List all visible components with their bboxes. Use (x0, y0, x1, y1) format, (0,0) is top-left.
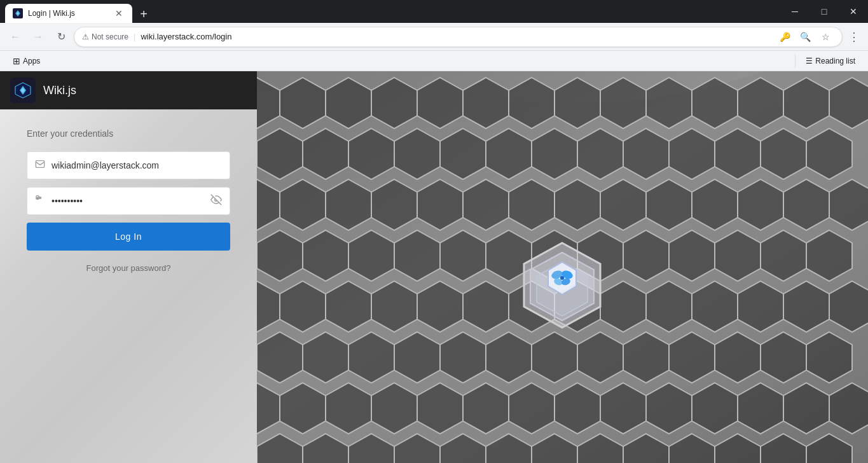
email-input-wrapper[interactable] (27, 151, 230, 179)
login-button[interactable]: Log In (27, 223, 230, 251)
email-field[interactable] (52, 160, 222, 170)
wikijs-title: Wiki.js (43, 84, 76, 97)
reload-button[interactable]: ↻ (51, 27, 71, 47)
password-field[interactable] (52, 196, 204, 206)
chrome-menu-button[interactable]: ⋮ (845, 28, 863, 46)
vertical-dots-icon: ⋮ (848, 30, 860, 44)
password-icon (35, 195, 45, 207)
minimize-button[interactable]: ─ (780, 0, 809, 23)
svg-rect-2 (36, 161, 44, 168)
building-background (257, 71, 868, 463)
tab-close-button[interactable]: ✕ (113, 8, 125, 19)
toggle-password-icon[interactable] (210, 194, 222, 208)
apps-bookmark[interactable]: ⊞ Apps (8, 53, 45, 69)
omnibox-bar: ← → ↻ ⚠ Not secure | wiki.layerstack.com… (0, 23, 868, 51)
tab-strip: Login | Wiki.js ✕ + (0, 0, 780, 23)
left-panel: Wiki.js Enter your credentials (0, 71, 257, 463)
apps-grid-icon: ⊞ (13, 56, 20, 66)
svg-rect-7 (39, 197, 39, 198)
login-area: Enter your credentials (0, 109, 257, 463)
forward-icon: → (33, 31, 43, 43)
security-warning: ⚠ Not secure (82, 32, 128, 41)
bookmark-star-icon: ☆ (822, 32, 830, 42)
forward-button[interactable]: → (28, 27, 48, 47)
reading-list-icon: ☰ (806, 57, 813, 66)
wikijs-logo (10, 78, 36, 103)
search-icon-button[interactable]: 🔍 (796, 28, 814, 46)
address-bar[interactable]: ⚠ Not secure | wiki.layerstack.com/login… (74, 27, 843, 47)
reading-list-label: Reading list (815, 57, 855, 66)
key-icon: 🔑 (780, 32, 790, 42)
tab-favicon (13, 8, 23, 18)
bookmarks-bar: ⊞ Apps ☰ Reading list (0, 51, 868, 71)
svg-point-129 (560, 276, 564, 280)
apps-label: Apps (23, 57, 40, 66)
close-window-button[interactable]: ✕ (839, 0, 868, 23)
reload-icon: ↻ (57, 31, 65, 43)
reading-list-button[interactable]: ☰ Reading list (801, 54, 860, 68)
warning-triangle-icon: ⚠ (82, 32, 89, 41)
back-icon: ← (10, 31, 20, 43)
bookmark-icon-button[interactable]: ☆ (816, 28, 834, 46)
omnibox-right-icons: 🔑 🔍 ☆ (776, 28, 834, 46)
active-tab[interactable]: Login | Wiki.js ✕ (5, 4, 132, 23)
login-subtitle: Enter your credentials (27, 128, 230, 139)
password-input-wrapper[interactable] (27, 187, 230, 215)
forgot-password-link[interactable]: Forgot your password? (27, 263, 230, 273)
right-toolbar: ⋮ (845, 28, 863, 46)
wikijs-header: Wiki.js (0, 71, 257, 109)
tab-title: Login | Wiki.js (28, 9, 108, 18)
new-tab-button[interactable]: + (135, 5, 153, 23)
svg-point-6 (37, 198, 38, 199)
maximize-button[interactable]: □ (809, 0, 839, 23)
page-content: Wiki.js Enter your credentials (0, 71, 868, 463)
bookmarks-divider (795, 55, 796, 67)
url-display: wiki.layerstack.com/login (141, 32, 771, 41)
search-icon: 🔍 (800, 32, 811, 42)
svg-rect-8 (40, 197, 41, 198)
login-form: Log In Forgot your password? (27, 151, 230, 273)
window-controls: ─ □ ✕ (780, 0, 868, 23)
url-divider: | (134, 32, 135, 41)
title-bar: Login | Wiki.js ✕ + ─ □ ✕ (0, 0, 868, 23)
key-icon-button[interactable]: 🔑 (776, 28, 794, 46)
email-icon (35, 159, 45, 172)
back-button[interactable]: ← (5, 27, 25, 47)
building-photo-panel (257, 71, 868, 463)
